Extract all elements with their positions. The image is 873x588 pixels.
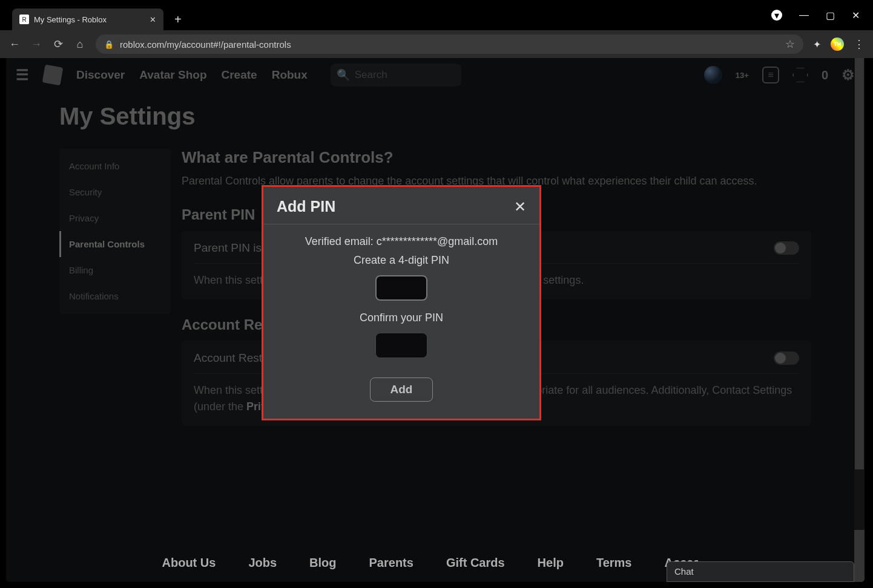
scrollbar-bottom[interactable] bbox=[854, 530, 865, 582]
hamburger-icon[interactable]: ☰ bbox=[16, 67, 29, 83]
address-bar[interactable]: 🔒 roblox.com/my/account#!/parental-contr… bbox=[96, 34, 803, 54]
shield-icon[interactable]: ▾ bbox=[771, 10, 782, 21]
footer-parents[interactable]: Parents bbox=[369, 556, 413, 570]
sidebar-item-notifications[interactable]: Notifications bbox=[59, 283, 171, 309]
search-icon: 🔍 bbox=[337, 68, 350, 82]
minimize-icon[interactable]: — bbox=[799, 10, 809, 21]
page-title: My Settings bbox=[59, 103, 811, 130]
chat-label: Chat bbox=[674, 566, 694, 577]
nav-create[interactable]: Create bbox=[222, 68, 257, 82]
nav-discover[interactable]: Discover bbox=[76, 68, 125, 82]
heading-what-are: What are Parental Controls? bbox=[182, 148, 811, 167]
back-icon[interactable]: ← bbox=[8, 38, 21, 51]
maximize-icon[interactable]: ▢ bbox=[826, 10, 835, 21]
tab-close-icon[interactable]: ✕ bbox=[150, 15, 156, 24]
sidebar-item-account-info[interactable]: Account Info bbox=[59, 153, 171, 179]
browser-toolbar: ← → ⟳ ⌂ 🔒 roblox.com/my/account#!/parent… bbox=[0, 30, 873, 58]
footer-gift-cards[interactable]: Gift Cards bbox=[446, 556, 505, 570]
lock-icon: 🔒 bbox=[104, 40, 114, 49]
add-button[interactable]: Add bbox=[370, 377, 433, 402]
parent-pin-label: Parent PIN is bbox=[194, 241, 262, 255]
parent-pin-toggle[interactable] bbox=[774, 241, 799, 255]
nav-avatar-shop[interactable]: Avatar Shop bbox=[139, 68, 206, 82]
kebab-menu-icon[interactable]: ⋮ bbox=[854, 38, 865, 51]
sidebar-item-parental-controls[interactable]: Parental Controls bbox=[59, 231, 171, 257]
extensions-icon[interactable]: ✦ bbox=[813, 39, 821, 50]
settings-gear-icon[interactable]: ⚙ bbox=[842, 67, 855, 83]
confirm-pin-label: Confirm your PIN bbox=[360, 312, 443, 324]
bookmark-star-icon[interactable]: ☆ bbox=[785, 38, 795, 51]
window-controls: ▾ — ▢ ✕ bbox=[771, 10, 860, 21]
page-viewport: ☰ Discover Avatar Shop Create Robux 🔍 13… bbox=[6, 58, 865, 582]
new-tab-button[interactable]: + bbox=[174, 13, 182, 27]
user-avatar-icon[interactable] bbox=[704, 66, 722, 84]
browser-tab[interactable]: R My Settings - Roblox ✕ bbox=[12, 8, 163, 30]
site-nav: ☰ Discover Avatar Shop Create Robux 🔍 13… bbox=[6, 58, 865, 92]
account-restrictions-toggle[interactable] bbox=[774, 351, 799, 365]
age-badge: 13+ bbox=[736, 71, 749, 80]
sidebar-item-privacy[interactable]: Privacy bbox=[59, 205, 171, 231]
search-box[interactable]: 🔍 bbox=[331, 64, 461, 87]
footer-blog[interactable]: Blog bbox=[309, 556, 336, 570]
roblox-logo-icon[interactable] bbox=[42, 65, 64, 86]
reload-icon[interactable]: ⟳ bbox=[52, 38, 64, 51]
robux-count: 0 bbox=[822, 68, 828, 82]
forward-icon[interactable]: → bbox=[30, 38, 42, 51]
verified-email-text: Verified email: c*************@gmail.com bbox=[305, 235, 498, 248]
browser-titlebar: R My Settings - Roblox ✕ + ▾ — ▢ ✕ bbox=[0, 0, 873, 30]
close-window-icon[interactable]: ✕ bbox=[852, 10, 860, 21]
add-pin-modal: Add PIN ✕ Verified email: c*************… bbox=[262, 185, 541, 420]
settings-sidebar: Account Info Security Privacy Parental C… bbox=[59, 148, 171, 314]
profile-avatar-icon[interactable]: TH bbox=[831, 38, 844, 51]
modal-close-icon[interactable]: ✕ bbox=[514, 198, 526, 215]
scrollbar-track[interactable] bbox=[854, 58, 865, 582]
url-text: roblox.com/my/account#!/parental-control… bbox=[120, 39, 291, 50]
robux-icon[interactable] bbox=[792, 67, 808, 83]
modal-title: Add PIN bbox=[277, 198, 335, 215]
search-input[interactable] bbox=[355, 69, 455, 81]
chat-widget[interactable]: Chat bbox=[667, 561, 854, 582]
scrollbar-thumb[interactable] bbox=[855, 58, 864, 469]
footer-about[interactable]: About Us bbox=[162, 556, 216, 570]
footer-terms[interactable]: Terms bbox=[596, 556, 632, 570]
create-pin-label: Create a 4-digit PIN bbox=[354, 254, 449, 267]
confirm-pin-input[interactable] bbox=[375, 333, 427, 358]
tab-title: My Settings - Roblox bbox=[34, 15, 107, 24]
footer-jobs[interactable]: Jobs bbox=[248, 556, 277, 570]
messages-icon[interactable]: ≡ bbox=[762, 67, 779, 83]
create-pin-input[interactable] bbox=[375, 275, 427, 301]
sidebar-item-billing[interactable]: Billing bbox=[59, 257, 171, 283]
sidebar-item-security[interactable]: Security bbox=[59, 179, 171, 205]
nav-robux[interactable]: Robux bbox=[272, 68, 308, 82]
tab-favicon: R bbox=[19, 15, 29, 24]
footer-help[interactable]: Help bbox=[538, 556, 564, 570]
home-icon[interactable]: ⌂ bbox=[74, 38, 86, 51]
